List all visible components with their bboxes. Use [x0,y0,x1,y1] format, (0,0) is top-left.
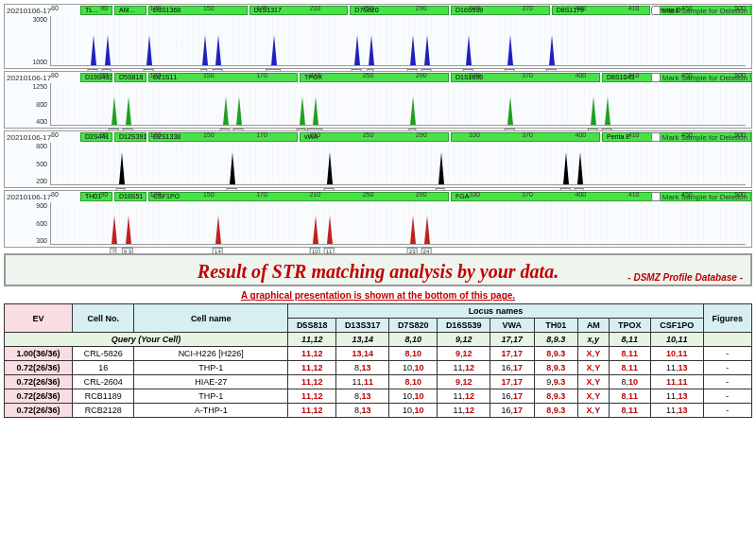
allele-cell: 8,9.3 [534,361,578,375]
allele-cell: 11,11 [650,375,703,389]
query-value-cell: x,y [578,333,610,347]
ev-cell: 1.00(36/36) [5,347,73,361]
figures-cell: - [703,389,751,404]
allele-cell: 11,12 [288,389,336,404]
header-locus: D7S820 [389,319,438,333]
allele-cell: 8,11 [609,389,650,404]
x-axis-labels: 8090120150170210250290330370400410450500 [51,5,746,14]
panel-id: 20210106-17 [7,133,51,142]
header-ev: EV [5,304,73,333]
allele-cell: 9,9.3 [534,375,578,389]
allele-cell: 11,12 [438,361,490,375]
query-value-cell: 11,12 [288,333,336,347]
ev-cell: 0.72(26/36) [5,404,73,418]
results-table: EV Cell No. Cell name Locus names Figure… [4,303,752,418]
electropherogram-panel: 20210106-17Mark Sample for DeletionTL...… [4,4,752,69]
allele-cell: 11,11 [336,375,389,389]
query-figures-cell [703,333,751,347]
allele-cell: X,Y [578,389,610,404]
result-title-box: Result of STR matching analysis by your … [4,253,752,286]
cell-name-cell: HIAE-27 [134,375,288,389]
table-row: 0.72(26/36)16THP-111,128,1310,1011,1216,… [5,361,752,375]
allele-cell: 8,11 [609,404,650,418]
electropherogram-panel: 20210106-17Mark Sample for DeletionD2S44… [4,130,752,188]
allele-cell: 9,12 [438,375,490,389]
electropherogram-panel: 20210106-17Mark Sample for DeletionTH01D… [4,190,752,248]
cell-name-cell: THP-1 [134,389,288,404]
allele-cell: 8,13 [336,361,389,375]
header-locus: D16S539 [438,319,490,333]
table-header: EV Cell No. Cell name Locus names Figure… [5,304,752,333]
allele-cell: 11,12 [288,375,336,389]
header-locus: D5S818 [288,319,336,333]
query-value-cell: 10,11 [650,333,703,347]
allele-cell: X,Y [578,347,610,361]
header-locus: VWA [490,319,535,333]
allele-cell: 10,11 [650,347,703,361]
panel-id: 20210106-17 [7,193,51,201]
panel-id: 20210106-17 [7,7,51,15]
allele-cell: 8,10 [389,347,438,361]
header-locus: TPOX [609,319,650,333]
query-value-cell: 8,11 [609,333,650,347]
panel-id: 20210106-17 [7,74,51,82]
ev-cell: 0.72(26/36) [5,361,73,375]
allele-cell: 8,9.3 [534,389,578,404]
header-cell-no: Cell No. [73,304,134,333]
allele-cell: 17,17 [490,347,535,361]
allele-cell: 11,13 [650,404,703,418]
y-axis-labels: 1250800400 [13,83,47,125]
allele-cell: 8,9.3 [534,347,578,361]
query-label-cell: Query (Your Cell) [5,333,288,347]
allele-cell: 10,10 [389,404,438,418]
x-axis-labels: 8090120150170210250290330370400410450500 [51,191,746,200]
allele-cell: X,Y [578,361,610,375]
query-value-cell: 8,10 [389,333,438,347]
allele-cell: 9,12 [438,347,490,361]
header-figures: Figures [703,304,751,333]
allele-cell: 8,11 [609,347,650,361]
allele-cell: 8,10 [609,375,650,389]
allele-cell: 11,12 [288,404,336,418]
allele-cell: 8,10 [389,375,438,389]
allele-cell: 16,17 [490,389,535,404]
table-row: 0.72(26/36)CRL-2604HIAE-2711,1211,118,10… [5,375,752,389]
allele-cell: 11,12 [288,347,336,361]
y-axis-labels: 30001000 [13,16,47,65]
plot-area: 9006003008090120150170210250290330370400… [50,202,746,245]
table-row: 1.00(36/36)CRL-5826NCI-H226 [H226]11,121… [5,347,752,361]
subtitle-link[interactable]: A graphical presentation is shown at the… [4,290,752,301]
cell-name-cell: A-THP-1 [134,404,288,418]
cell-no-cell: 16 [73,361,134,375]
figures-cell: - [703,347,751,361]
allele-cell: X,Y [578,404,610,418]
plot-area: 1250800400809012015017021025029033037040… [50,83,746,126]
allele-cell: 11,12 [438,389,490,404]
query-value-cell: 13,14 [336,333,389,347]
cell-no-cell: RCB1189 [73,389,134,404]
cell-name-cell: THP-1 [134,361,288,375]
ev-cell: 0.72(26/36) [5,375,73,389]
allele-cell: 8,11 [609,361,650,375]
cell-no-cell: CRL-2604 [73,375,134,389]
allele-cell: 11,12 [438,404,490,418]
x-axis-labels: 8090120150170210250290330370400410450500 [51,131,746,141]
y-axis-labels: 800500200 [13,143,47,184]
allele-cell: 16,17 [490,361,535,375]
allele-cell: 13,14 [336,347,389,361]
figures-cell: - [703,361,751,375]
allele-cell: 11,12 [288,361,336,375]
header-locus-group: Locus names [288,304,704,319]
figures-cell: - [703,375,751,389]
query-value-cell: 8,9.3 [534,333,578,347]
ev-cell: 0.72(26/36) [5,389,73,404]
cell-no-cell: RCB2128 [73,404,134,418]
allele-cell: 10,10 [389,361,438,375]
query-value-cell: 17,17 [490,333,535,347]
cell-no-cell: CRL-5826 [73,347,134,361]
plot-area: 3000100080901201501702102502903303704004… [50,16,746,66]
y-axis-labels: 900600300 [13,202,47,244]
header-cell-name: Cell name [134,304,288,333]
cell-name-cell: NCI-H226 [H226] [134,347,288,361]
plot-area: 8005002008090120150170210250290330370400… [50,143,746,185]
